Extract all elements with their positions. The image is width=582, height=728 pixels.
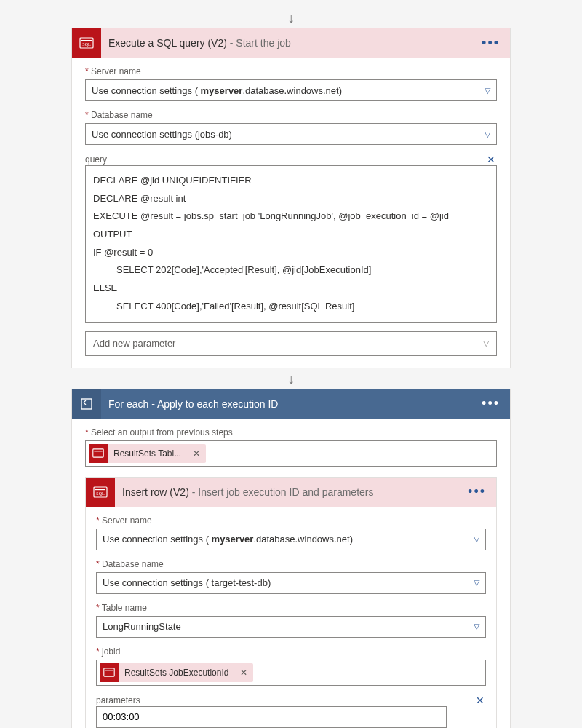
table-name-field: * Table name LongRunningState ▽ xyxy=(96,603,486,638)
connector-arrow: ↓ xyxy=(0,368,582,389)
sql-connector-icon: SQL xyxy=(72,28,101,58)
step-menu-button[interactable]: ••• xyxy=(465,484,489,499)
sql-connector-icon xyxy=(89,444,108,463)
database-name-select[interactable]: Use connection settings ( target-test-db… xyxy=(96,572,486,594)
parameters-field: parameters ✕ xyxy=(96,695,486,728)
chevron-down-icon: ▽ xyxy=(485,86,490,95)
sql-step-title: Execute a SQL query (V2) - Start the job xyxy=(101,37,479,49)
svg-text:SQL: SQL xyxy=(96,491,105,496)
svg-rect-3 xyxy=(81,399,92,409)
chevron-down-icon: ▽ xyxy=(474,534,479,544)
chevron-down-icon: ▽ xyxy=(474,578,479,587)
query-textarea[interactable]: DECLARE @jid UNIQUEIDENTIFIER DECLARE @r… xyxy=(85,165,497,323)
database-name-select[interactable]: Use connection settings (jobs-db) ▽ xyxy=(85,123,497,145)
svg-rect-4 xyxy=(93,449,103,457)
step-menu-button[interactable]: ••• xyxy=(479,36,503,51)
token-remove-button[interactable]: ✕ xyxy=(187,448,206,459)
sql-connector-icon xyxy=(100,663,119,682)
token-remove-button[interactable]: ✕ xyxy=(234,668,253,678)
parameters-input[interactable] xyxy=(96,706,447,728)
clear-query-button[interactable]: ✕ xyxy=(485,154,497,165)
jobid-field: * jobid ResultSets JobExecutionId ✕ xyxy=(96,646,486,686)
chevron-down-icon: ▽ xyxy=(485,130,490,139)
select-output-field: * Select an output from previous steps R… xyxy=(85,427,497,467)
sql-step-header[interactable]: SQL Execute a SQL query (V2) - Start the… xyxy=(72,28,510,58)
svg-rect-9 xyxy=(104,668,114,676)
chevron-down-icon: ▽ xyxy=(483,339,489,348)
database-name-field: * Database name Use connection settings … xyxy=(96,559,486,594)
table-name-select[interactable]: LongRunningState ▽ xyxy=(96,616,486,638)
insert-row-step-card: SQL Insert row (V2) - Insert job executi… xyxy=(85,477,497,729)
query-field: query ✕ DECLARE @jid UNIQUEIDENTIFIER DE… xyxy=(85,154,497,323)
svg-rect-10 xyxy=(105,670,113,670)
insert-row-step-header[interactable]: SQL Insert row (V2) - Insert job executi… xyxy=(86,478,496,507)
server-name-select[interactable]: Use connection settings ( myserver.datab… xyxy=(85,79,497,101)
clear-parameters-button[interactable]: ✕ xyxy=(474,695,486,706)
jobexecutionid-token[interactable]: ResultSets JobExecutionId ✕ xyxy=(100,663,253,682)
svg-text:SQL: SQL xyxy=(82,42,91,47)
database-name-field: * Database name Use connection settings … xyxy=(85,110,497,145)
resultsets-table-token[interactable]: ResultSets Tabl... ✕ xyxy=(89,444,206,463)
insert-row-step-title: Insert row (V2) - Insert job execution I… xyxy=(115,486,465,498)
add-parameter-select[interactable]: Add new parameter ▽ xyxy=(85,331,497,356)
sql-connector-icon: SQL xyxy=(86,478,115,507)
step-menu-button[interactable]: ••• xyxy=(479,396,503,411)
connector-arrow: ↓ xyxy=(0,7,582,28)
foreach-step-title: For each - Apply to each execution ID xyxy=(101,398,479,410)
select-output-input[interactable]: ResultSets Tabl... ✕ xyxy=(85,440,497,467)
foreach-step-header[interactable]: For each - Apply to each execution ID ••… xyxy=(72,389,510,419)
server-name-field: * Server name Use connection settings ( … xyxy=(96,515,486,550)
svg-rect-5 xyxy=(94,451,102,451)
jobid-input[interactable]: ResultSets JobExecutionId ✕ xyxy=(96,660,486,686)
svg-rect-7 xyxy=(95,489,105,490)
svg-rect-1 xyxy=(81,40,92,41)
sql-step-card: SQL Execute a SQL query (V2) - Start the… xyxy=(71,28,511,368)
chevron-down-icon: ▽ xyxy=(474,622,479,631)
loop-icon xyxy=(72,389,101,419)
foreach-step-card: For each - Apply to each execution ID ••… xyxy=(71,389,511,729)
server-name-select[interactable]: Use connection settings ( myserver.datab… xyxy=(96,529,486,550)
server-name-field: * Server name Use connection settings ( … xyxy=(85,66,497,101)
